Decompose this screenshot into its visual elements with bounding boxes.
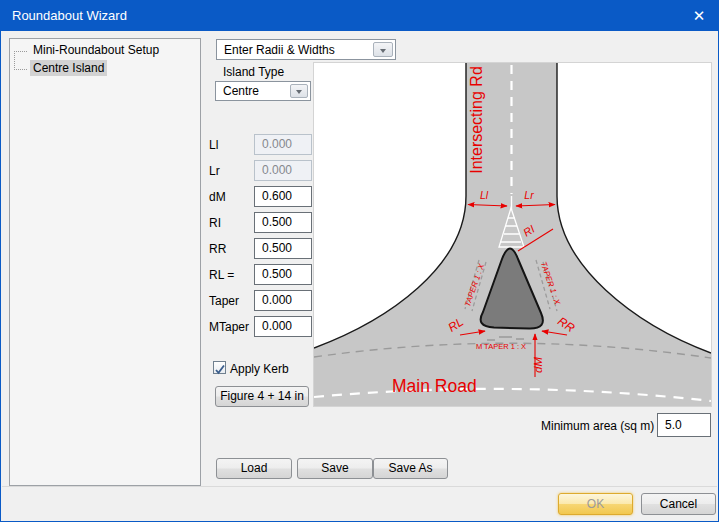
figure-button[interactable]: Figure 4 + 14 in bbox=[215, 386, 309, 407]
mode-combobox-value: Enter Radii & Widths bbox=[224, 43, 335, 57]
chevron-down-icon[interactable] bbox=[373, 42, 393, 57]
field-label-rl: RL = bbox=[209, 268, 234, 282]
field-input-ll[interactable]: 0.000 bbox=[254, 134, 312, 155]
field-label-rr: RR bbox=[209, 242, 226, 256]
window-title: Roundabout Wizard bbox=[12, 8, 127, 23]
ll-dim-label: Ll bbox=[480, 189, 489, 201]
mtaper-label: M TAPER 1 : X bbox=[476, 342, 526, 351]
field-input-rl[interactable]: 0.500 bbox=[254, 264, 312, 285]
lr-dim-label: Lr bbox=[524, 189, 534, 201]
wizard-tree-panel: Mini-Roundabout Setup Centre Island bbox=[9, 38, 201, 486]
min-area-input[interactable]: 5.0 bbox=[657, 413, 711, 437]
load-button[interactable]: Load bbox=[216, 458, 292, 479]
roundabout-diagram: Ll Lr RI TAPER 1 : X TAPER 1 : X RL RR M… bbox=[313, 62, 712, 407]
field-label-lr: Lr bbox=[209, 164, 220, 178]
tree-connector bbox=[14, 51, 27, 52]
mode-combobox[interactable]: Enter Radii & Widths bbox=[216, 39, 396, 60]
field-label-ri: RI bbox=[209, 216, 221, 230]
field-label-ll: Ll bbox=[209, 138, 218, 152]
title-bar: Roundabout Wizard ✕ bbox=[1, 1, 718, 31]
field-input-lr[interactable]: 0.000 bbox=[254, 160, 312, 181]
footer-divider bbox=[2, 486, 717, 487]
min-area-label: Minimum area (sq m) bbox=[541, 419, 651, 433]
island-type-label: Island Type bbox=[223, 65, 284, 79]
dm-dim-label: dM bbox=[532, 357, 544, 373]
island-type-combobox[interactable]: Centre bbox=[215, 81, 311, 101]
field-label-taper: Taper bbox=[209, 294, 239, 308]
field-input-mtaper[interactable]: 0.000 bbox=[254, 316, 312, 337]
tree-item-centre-island[interactable]: Centre Island bbox=[30, 60, 107, 76]
roundabout-wizard-dialog: Roundabout Wizard ✕ Mini-Roundabout Setu… bbox=[0, 0, 719, 522]
field-input-ri[interactable]: 0.500 bbox=[254, 212, 312, 233]
field-input-dm[interactable]: 0.600 bbox=[254, 186, 312, 207]
close-icon[interactable]: ✕ bbox=[687, 5, 711, 27]
island-type-value: Centre bbox=[223, 84, 259, 98]
main-road-label: Main Road bbox=[392, 376, 477, 396]
tree-connector bbox=[14, 51, 15, 70]
ok-button[interactable]: OK bbox=[558, 493, 633, 515]
field-label-mtaper: MTaper bbox=[209, 320, 249, 334]
junction-drawing: Ll Lr RI TAPER 1 : X TAPER 1 : X RL RR M… bbox=[314, 63, 711, 406]
tree-connector bbox=[14, 69, 27, 70]
field-label-dm: dM bbox=[209, 190, 226, 204]
field-input-taper[interactable]: 0.000 bbox=[254, 290, 312, 311]
field-input-rr[interactable]: 0.500 bbox=[254, 238, 312, 259]
apply-kerb-checkbox[interactable] bbox=[213, 361, 226, 374]
check-icon bbox=[214, 364, 226, 376]
apply-kerb-label: Apply Kerb bbox=[230, 362, 289, 376]
save-as-button[interactable]: Save As bbox=[373, 458, 448, 479]
tree-item-mini-roundabout-setup[interactable]: Mini-Roundabout Setup bbox=[30, 42, 162, 58]
cancel-button[interactable]: Cancel bbox=[641, 493, 716, 515]
save-button[interactable]: Save bbox=[297, 458, 373, 479]
chevron-down-icon[interactable] bbox=[290, 84, 308, 98]
intersecting-rd-label: Intersecting Rd bbox=[468, 66, 485, 174]
